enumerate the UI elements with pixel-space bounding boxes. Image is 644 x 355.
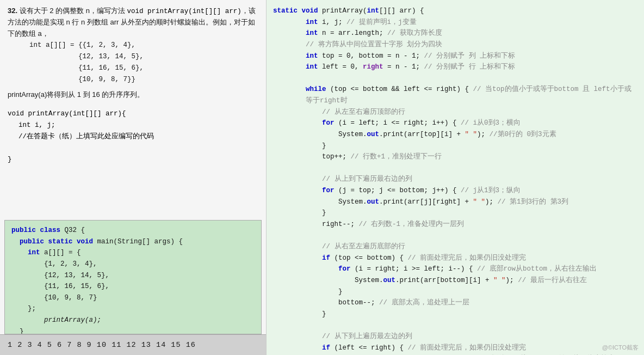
array-block: int a[][] = {{1, 2, 3, 4}, {12, 13, 14, … [29, 40, 258, 86]
question-area: 32. 设有大于 2 的偶整数 n，编写方法 void printArray(i… [0, 0, 266, 220]
code-line-r7: while (top <= bottom && left <= right) {… [273, 84, 635, 95]
fill-comment: //在答题卡（纸）上填写此处应编写的代码 [8, 131, 258, 142]
code-line-r4: // 将方阵从中间位置置十字形 划分为四块 [273, 39, 635, 51]
code-line-r16: } [273, 207, 635, 219]
code-line-r21: System.out.print(arr[bottom][i] + " "); … [273, 275, 635, 286]
code-line-r24: } [273, 309, 635, 320]
code-line-r25: // 从下到上遍历最左边的列 [273, 331, 635, 342]
code-line-r17: right--; // 右列数-1，准备处理内一层列 [273, 219, 635, 230]
code-line-r14: for (j = top; j <= bottom; j++) { // j从1… [273, 185, 635, 197]
code-line-r11: } [273, 140, 635, 152]
code-line-r22: } [273, 286, 635, 298]
question-number: 32. [8, 7, 17, 15]
code-line-r5: int top = 0, bottom = n - 1; // 分别赋予 列 上… [273, 51, 635, 62]
code-line-r10: System.out.print(arr[top][i] + " "); //第… [273, 129, 635, 140]
right-panel: static void printArray(int[][] arr) { in… [267, 0, 644, 355]
array-line-3: {10, 9, 8, 7}} [29, 74, 258, 85]
code-line-r19: if (top <= bottom) { // 前面处理完后，如果仍旧没处理完 [273, 253, 635, 264]
code-box: public class Q32 { public static void ma… [4, 220, 262, 334]
code-line-r2: int i, j; // 提前声明i，j变量 [273, 17, 635, 28]
code-line-1: public class Q32 { [11, 225, 255, 236]
int-ij: int i, j; [8, 119, 258, 131]
output-bar: 1 2 3 4 5 6 7 8 9 10 11 12 13 14 15 16 [0, 334, 266, 355]
code-line-r13: // 从上到下遍历最右边的列 [273, 174, 635, 185]
code-line-7: {10, 9, 8, 7} [11, 292, 255, 304]
code-line-r26: if (left <= right) { // 前面处理完后，如果仍旧没处理完 [273, 342, 635, 354]
array-line-2: {11, 16, 15, 6}, [29, 63, 258, 74]
code-line-9: printArray(a); [11, 315, 255, 326]
code-line-10: } [11, 326, 255, 334]
code-line-r8: // 从左至右遍历顶部的行 [273, 107, 635, 118]
left-panel: 32. 设有大于 2 的偶整数 n，编写方法 void printArray(i… [0, 0, 267, 355]
code-line-6: {11, 16, 15, 6}, [11, 281, 255, 292]
array-line-1: {12, 13, 14, 5}, [29, 51, 258, 63]
watermark: @©ICTO截客 [602, 344, 639, 352]
code-line-r18: // 从右至左遍历底部的行 [273, 241, 635, 253]
void-signature: void printArray(int[][] arr){ [8, 108, 258, 119]
code-line-r20: for (i = right; i >= left; i--) { // 底部r… [273, 264, 635, 275]
code-line-r3: int n = arr.length; // 获取方阵长度 [273, 28, 635, 39]
code-line-2: public static void main(String[] args) { [11, 236, 255, 248]
code-line-r1: static void printArray(int[][] arr) { [273, 5, 635, 17]
void-section: void printArray(int[][] arr){ int i, j; … [8, 108, 258, 165]
code-line-r23: bottom--; // 底部太高，追处理上一层 [273, 297, 635, 309]
code-line-4: {1, 2, 3, 4}, [11, 259, 255, 270]
code-line-r6: int left = 0, right = n - 1; // 分别赋予 行 上… [273, 62, 635, 73]
code-line-r7b: 等于right时 [273, 95, 635, 107]
question-text: 32. 设有大于 2 的偶整数 n，编写方法 void printArray(i… [8, 5, 258, 40]
array-line-0: int a[][] = {{1, 2, 3, 4}, [29, 40, 258, 51]
output-numbers: 1 2 3 4 5 6 7 8 9 10 11 12 13 14 15 16 [8, 341, 196, 349]
code-line-8: }; [11, 303, 255, 315]
code-line-r12: top++; // 行数+1，准别处理下一行 [273, 151, 635, 163]
code-line-3: int a[][] = { [11, 247, 255, 259]
code-line-r15: System.out.print(arr[j][right] + " "); /… [273, 197, 635, 208]
code-line-5: {12, 13, 14, 5}, [11, 270, 255, 281]
result-text: printArray(a)将得到从 1 到 16 的升序序列。 [8, 89, 258, 101]
code-line-r9: for (i = left; i <= right; i++) { // i从0… [273, 118, 635, 129]
close-brace-void: } [8, 154, 258, 165]
